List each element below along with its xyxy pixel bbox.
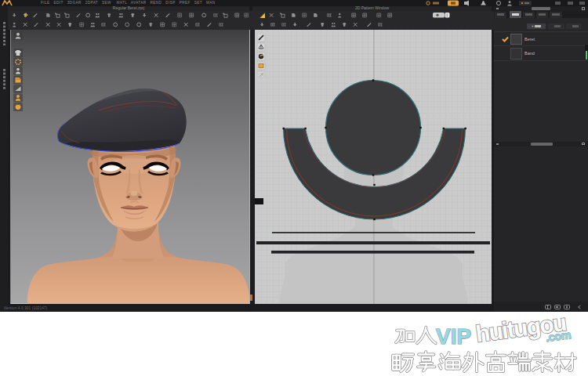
svg-text:.com: .com xyxy=(545,328,572,344)
svg-text:VIP: VIP xyxy=(436,324,471,349)
